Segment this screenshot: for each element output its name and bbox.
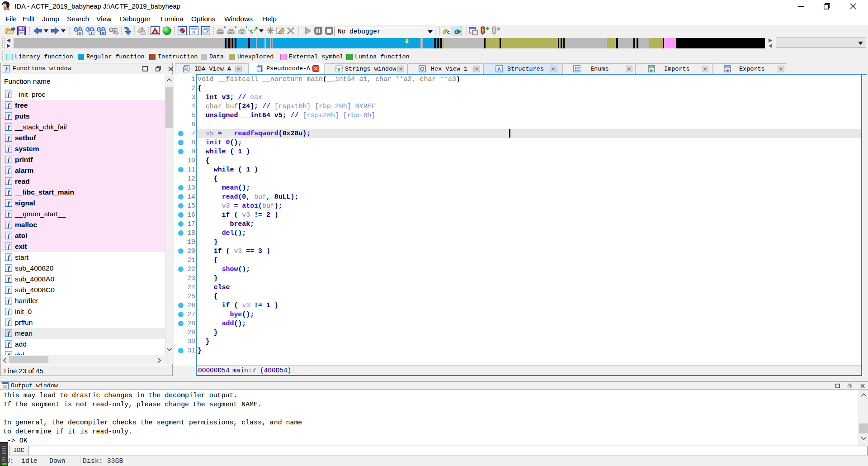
svg-text:R: R (193, 29, 196, 34)
svg-text:A: A (241, 31, 243, 34)
svg-text:#: # (79, 31, 81, 35)
svg-text:A: A (154, 29, 157, 34)
svg-text:64: 64 (4, 6, 9, 11)
svg-text:DATA: DATA (228, 31, 235, 34)
svg-text:A: A (497, 67, 501, 72)
svg-text:‘s’: ‘s’ (335, 67, 343, 72)
svg-text:T: T (90, 31, 93, 35)
svg-text:101: 101 (99, 31, 106, 35)
svg-text:c: c (447, 29, 450, 35)
svg-text:CODE: CODE (217, 31, 224, 34)
svg-text:‘s’: ‘s’ (248, 29, 257, 35)
